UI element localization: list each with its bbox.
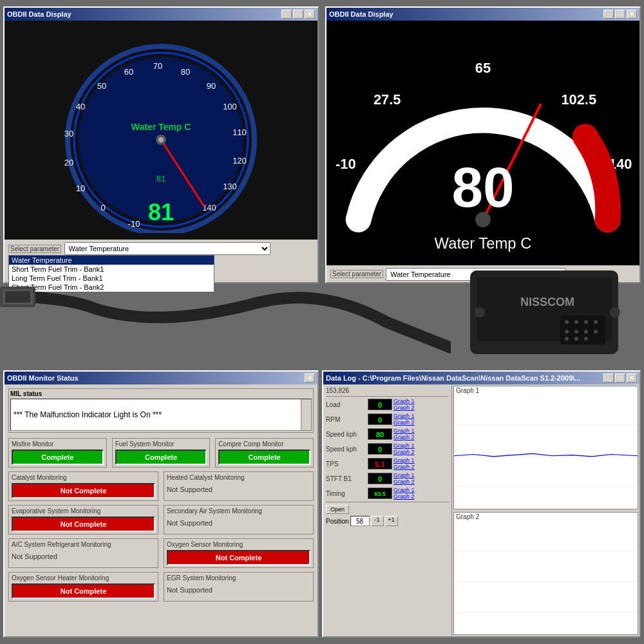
param-select-right[interactable]: Water Temperature: [386, 268, 566, 281]
graph2-area: Graph 2: [453, 512, 638, 636]
close-btn-left[interactable]: ✕: [305, 10, 315, 19]
svg-text:70: 70: [153, 61, 162, 71]
gauge-window-left: OBDII Data Display _ □ ✕ -10 0 10: [3, 6, 319, 283]
param-select-left[interactable]: Water Temperature Short Term Fuel Trim -…: [64, 242, 270, 255]
stft-graph2[interactable]: Graph 2: [393, 478, 415, 485]
svg-point-45: [584, 320, 588, 324]
svg-text:-10: -10: [336, 156, 356, 172]
tps-graph2[interactable]: Graph 2: [393, 464, 415, 470]
mil-scrollbar[interactable]: [301, 399, 311, 430]
speed2-graph2[interactable]: Graph 2: [393, 449, 415, 455]
minimize-btn-datalog[interactable]: _: [603, 374, 614, 383]
close-btn-monitor[interactable]: ✕: [305, 374, 315, 383]
misfire-label: Misfire Monitor: [12, 440, 104, 448]
open-button[interactable]: Open: [326, 505, 349, 514]
monitor-ac: A/C System Refrigerant Monitoring Not Su…: [8, 538, 158, 568]
mil-section: MIL status *** The Malfunction Indicator…: [8, 388, 314, 433]
svg-point-25: [158, 137, 164, 142]
svg-rect-56: [454, 395, 638, 509]
close-btn-datalog[interactable]: ✕: [627, 374, 637, 383]
tps-graph-links: Graph 1 Graph 2: [393, 457, 415, 470]
position-input[interactable]: [350, 516, 370, 526]
maximize-btn-left[interactable]: □: [293, 10, 303, 19]
param-section-left: Select parameter Water Temperature Short…: [5, 240, 317, 295]
egr-status: Not Supported: [167, 583, 310, 596]
speed-graph-links: Graph 1 Graph 2: [393, 428, 415, 440]
maximize-btn-datalog[interactable]: □: [615, 374, 625, 383]
datalog-counter-row: 153,826: [326, 387, 449, 394]
timing-graph1[interactable]: Graph 1: [393, 487, 415, 493]
graph1-area: Graph 1: [453, 386, 638, 509]
stft-graph1[interactable]: Graph 1: [393, 472, 415, 478]
datalog-speed-row: Speed kph 80 Graph 1 Graph 2: [326, 428, 449, 440]
win-controls-datalog: _ □ ✕: [603, 374, 637, 383]
datalog-load-row: Load 0 Graph 1 Graph 2: [326, 398, 449, 411]
speed2-graph1[interactable]: Graph 1: [393, 442, 415, 449]
large-gauge-area: -10 27.5 65 102.5 140 80 Water: [327, 21, 639, 265]
maximize-btn-right[interactable]: □: [615, 10, 625, 19]
monitor-row-3: Evaporative System Monitoring Not Comple…: [8, 505, 314, 535]
svg-point-49: [584, 330, 588, 334]
svg-text:Water Temp C: Water Temp C: [435, 234, 532, 252]
monitor-window: OBDII Monitor Status ✕ MIL status *** Th…: [3, 370, 319, 638]
param-option-3[interactable]: Short Term Fuel Trim - Bank2: [9, 283, 214, 292]
titlebar-right: OBDII Data Display _ □ ✕: [327, 8, 639, 21]
close-btn-right[interactable]: ✕: [627, 10, 637, 19]
param-option-2[interactable]: Long Term Fuel Trim - Bank1: [9, 274, 214, 283]
timing-graph2[interactable]: Graph 2: [393, 493, 415, 500]
position-label: Position: [326, 518, 349, 525]
win-controls-right: _ □ ✕: [603, 10, 637, 19]
minimize-btn-right[interactable]: _: [603, 10, 614, 19]
datalog-content: 153,826 Load 0 Graph 1 Graph 2 RPM 0 Gra…: [323, 384, 639, 636]
datalog-timing-row: Timing 63.5 Graph 1 Graph 2: [326, 487, 449, 500]
svg-point-51: [565, 337, 569, 341]
round-gauge-area: -10 0 10 20 30 40 50 60 70 80 90 100 110…: [5, 21, 317, 240]
win-title-monitor: OBDII Monitor Status: [7, 374, 79, 382]
svg-text:0: 0: [100, 203, 105, 213]
secondary-air-label: Secondary Air System Monitoring: [167, 507, 310, 515]
rpm-graph-links: Graph 1 Graph 2: [393, 413, 415, 426]
datalog-rpm-row: RPM 0 Graph 1 Graph 2: [326, 413, 449, 426]
svg-text:50: 50: [97, 81, 106, 91]
tps-value: 5.1: [368, 458, 392, 469]
speed-graph1[interactable]: Graph 1: [393, 428, 415, 434]
datalog-speed2-row: Speed kph 0 Graph 1 Graph 2: [326, 442, 449, 455]
svg-text:27.5: 27.5: [374, 91, 401, 108]
load-graph1[interactable]: Graph 1: [393, 398, 415, 404]
speed-graph2[interactable]: Graph 2: [393, 434, 415, 440]
rpm-value: 0: [368, 413, 392, 425]
monitor-catalyst: Catalyst Monitoring Not Complete: [8, 471, 158, 501]
svg-point-54: [475, 307, 485, 317]
svg-text:20: 20: [64, 158, 73, 167]
svg-text:80: 80: [181, 67, 190, 77]
svg-point-48: [574, 330, 578, 334]
pos-minus-btn[interactable]: -1: [371, 516, 384, 526]
tps-graph1[interactable]: Graph 1: [393, 457, 415, 464]
param-option-1[interactable]: Short Term Fuel Trim - Bank1: [9, 265, 214, 274]
svg-text:-10: -10: [128, 219, 140, 229]
monitor-secondary-air: Secondary Air System Monitoring Not Supp…: [164, 505, 314, 535]
svg-point-50: [594, 330, 598, 334]
egr-label: EGR System Monitoring: [167, 574, 310, 582]
speed2-graph-links: Graph 1 Graph 2: [393, 442, 415, 455]
monitor-misfire: Misfire Monitor Complete: [8, 438, 107, 468]
svg-point-44: [574, 320, 578, 324]
rpm-graph2[interactable]: Graph 2: [393, 419, 415, 426]
svg-rect-42: [560, 316, 605, 345]
rpm-graph1[interactable]: Graph 1: [393, 413, 415, 419]
rpm-label: RPM: [326, 416, 368, 423]
separator-1: [326, 396, 449, 397]
param-section-right: Select parameter Water Temperature: [327, 265, 639, 283]
param-option-0[interactable]: Water Temperature: [9, 256, 214, 265]
evap-label: Evaporative System Monitoring: [12, 507, 155, 515]
pos-plus-btn[interactable]: +1: [385, 516, 398, 526]
mil-label: MIL status: [10, 390, 312, 397]
open-row: Open: [326, 504, 449, 515]
minimize-btn-left[interactable]: _: [281, 10, 292, 19]
heated-catalyst-label: Heated Catalyst Monitoring: [167, 474, 310, 481]
svg-text:102.5: 102.5: [561, 91, 596, 108]
o2-status: Not Complete: [167, 550, 310, 565]
monitor-o2: Oxygen Sensor Monitoring Not Complete: [164, 538, 314, 568]
datalog-stft-row: STFT B1 0 Graph 1 Graph 2: [326, 472, 449, 485]
load-graph2[interactable]: Graph 2: [393, 404, 415, 411]
